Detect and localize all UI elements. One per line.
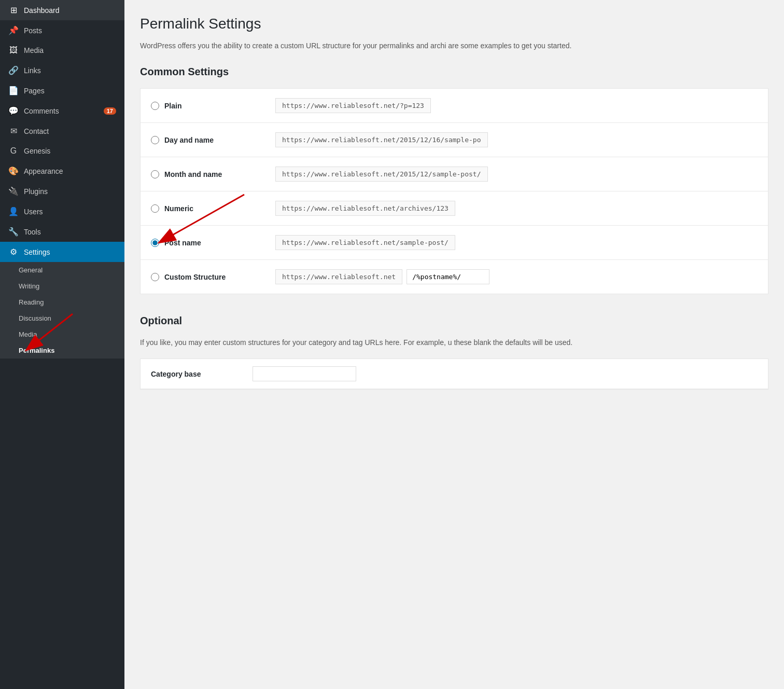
posts-icon: 📌 — [8, 25, 19, 35]
users-icon: 👤 — [8, 206, 19, 216]
submenu-item-general[interactable]: General — [0, 262, 124, 278]
sidebar-label-pages: Pages — [24, 87, 116, 95]
page-description: WordPress offers you the ability to crea… — [140, 40, 768, 51]
url-example-day_and_name: https://www.reliablesoft.net/2015/12/16/… — [275, 132, 488, 147]
contact-icon: ✉ — [8, 126, 19, 136]
submenu-item-media[interactable]: Media — [0, 326, 124, 342]
label-numeric[interactable]: Numeric — [151, 204, 265, 213]
sidebar-label-appearance: Appearance — [24, 167, 116, 175]
sidebar-item-plugins[interactable]: 🔌Plugins — [0, 181, 124, 201]
sidebar-label-dashboard: Dashboard — [24, 6, 116, 15]
url-example-post_name: https://www.reliablesoft.net/sample-post… — [275, 235, 455, 250]
optional-title: Optional — [140, 315, 768, 327]
url-example-plain: https://www.reliablesoft.net/?p=123 — [275, 98, 431, 113]
sidebar-item-settings[interactable]: ⚙Settings — [0, 242, 124, 262]
sidebar-submenu: GeneralWritingReadingDiscussionMediaPerm… — [0, 262, 124, 359]
radio-numeric[interactable] — [151, 204, 159, 213]
comments-icon: 💬 — [8, 106, 19, 116]
sidebar-item-pages[interactable]: 📄Pages — [0, 80, 124, 101]
badge-comments: 17 — [104, 107, 116, 115]
radio-post_name[interactable] — [151, 239, 159, 247]
row-numeric: Numerichttps://www.reliablesoft.net/arch… — [141, 191, 768, 226]
label-custom_structure[interactable]: Custom Structure — [151, 273, 265, 281]
radio-custom_structure[interactable] — [151, 273, 159, 281]
sidebar-item-genesis[interactable]: GGenesis — [0, 141, 124, 161]
sidebar-label-tools: Tools — [24, 228, 116, 236]
media-icon: 🖼 — [8, 46, 19, 55]
sidebar-item-links[interactable]: 🔗Links — [0, 60, 124, 80]
sidebar-label-links: Links — [24, 66, 116, 75]
label-plain[interactable]: Plain — [151, 102, 265, 110]
appearance-icon: 🎨 — [8, 166, 19, 176]
sidebar-item-comments[interactable]: 💬Comments17 — [0, 101, 124, 121]
label-day_and_name[interactable]: Day and name — [151, 136, 265, 144]
radio-plain[interactable] — [151, 102, 159, 110]
custom-structure-inputs: https://www.reliablesoft.net — [275, 269, 489, 284]
settings-icon: ⚙ — [8, 247, 19, 257]
optional-label-category_base: Category base — [151, 370, 244, 378]
pages-icon: 📄 — [8, 86, 19, 95]
row-custom_structure: Custom Structurehttps://www.reliablesoft… — [141, 260, 768, 294]
label-post_name[interactable]: Post name — [151, 239, 265, 247]
optional-box: Category base — [140, 359, 768, 390]
page-title: Permalink Settings — [140, 16, 768, 32]
genesis-icon: G — [8, 146, 19, 156]
sidebar-label-contact: Contact — [24, 127, 116, 135]
optional-input-category_base[interactable] — [253, 366, 356, 381]
sidebar-item-tools[interactable]: 🔧Tools — [0, 222, 124, 242]
tools-icon: 🔧 — [8, 227, 19, 237]
sidebar-item-contact[interactable]: ✉Contact — [0, 121, 124, 141]
custom-url-base: https://www.reliablesoft.net — [275, 269, 402, 284]
row-post_name: Post namehttps://www.reliablesoft.net/sa… — [141, 226, 768, 260]
common-settings-box: Plainhttps://www.reliablesoft.net/?p=123… — [140, 88, 768, 294]
sidebar-item-appearance[interactable]: 🎨Appearance — [0, 161, 124, 181]
sidebar-label-users: Users — [24, 208, 116, 216]
custom-structure-input[interactable] — [407, 269, 489, 284]
sidebar-label-media: Media — [24, 46, 116, 54]
sidebar-nav: ⊞Dashboard📌Posts🖼Media🔗Links📄Pages💬Comme… — [0, 0, 124, 262]
submenu-item-reading[interactable]: Reading — [0, 294, 124, 310]
plugins-icon: 🔌 — [8, 186, 19, 196]
sidebar-label-plugins: Plugins — [24, 187, 116, 196]
label-month_and_name[interactable]: Month and name — [151, 170, 265, 178]
sidebar-label-genesis: Genesis — [24, 147, 116, 155]
main-content: Permalink Settings WordPress offers you … — [124, 0, 784, 689]
row-plain: Plainhttps://www.reliablesoft.net/?p=123 — [141, 89, 768, 123]
sidebar: ⊞Dashboard📌Posts🖼Media🔗Links📄Pages💬Comme… — [0, 0, 124, 689]
sidebar-label-settings: Settings — [24, 248, 116, 256]
radio-day_and_name[interactable] — [151, 136, 159, 144]
sidebar-item-users[interactable]: 👤Users — [0, 201, 124, 222]
sidebar-label-comments: Comments — [24, 107, 99, 115]
url-example-month_and_name: https://www.reliablesoft.net/2015/12/sam… — [275, 167, 488, 182]
sidebar-item-posts[interactable]: 📌Posts — [0, 20, 124, 40]
url-example-numeric: https://www.reliablesoft.net/archives/12… — [275, 201, 455, 216]
links-icon: 🔗 — [8, 65, 19, 75]
dashboard-icon: ⊞ — [8, 5, 19, 15]
sidebar-item-media[interactable]: 🖼Media — [0, 40, 124, 60]
sidebar-label-posts: Posts — [24, 26, 116, 35]
common-settings-title: Common Settings — [140, 66, 768, 78]
radio-month_and_name[interactable] — [151, 170, 159, 178]
optional-row-category_base: Category base — [141, 359, 768, 389]
row-month_and_name: Month and namehttps://www.reliablesoft.n… — [141, 157, 768, 191]
row-day_and_name: Day and namehttps://www.reliablesoft.net… — [141, 123, 768, 157]
submenu-item-discussion[interactable]: Discussion — [0, 310, 124, 326]
submenu-item-writing[interactable]: Writing — [0, 278, 124, 294]
optional-description: If you like, you may enter custom struct… — [140, 337, 768, 348]
sidebar-item-dashboard[interactable]: ⊞Dashboard — [0, 0, 124, 20]
submenu-item-permalinks[interactable]: Permalinks — [0, 342, 124, 359]
